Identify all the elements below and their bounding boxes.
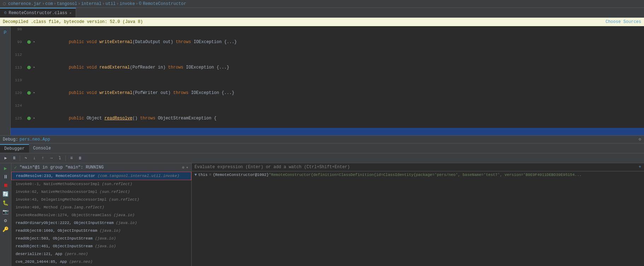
line-number: 124 [11,102,25,109]
breadcrumb-jar[interactable]: coherence.jar [8,1,41,6]
tab-close-button[interactable]: ✕ [69,11,71,15]
stop-side-icon[interactable]: ⏹ [3,183,8,188]
code-line-113: 113 ▸ public void readExternal(PofReader… [11,58,644,77]
breadcrumb-current: RemoteConstructor [143,1,186,6]
stack-list: readResolve:233, RemoteConstructor (com.… [11,172,191,266]
code-text: public void writeExternal(DataOutput out… [37,32,237,52]
stack-frame-6[interactable]: readOrdinaryObject:2222, ObjectInputStre… [11,219,191,227]
line-number: 119 [11,77,25,83]
filter-icon[interactable]: ⊕ [182,165,185,170]
stack-frame-current[interactable]: readResolve:233, RemoteConstructor (com.… [11,172,191,180]
collapse-icon[interactable]: ▸ [33,39,35,45]
debug-label: Debug: [3,137,18,142]
frame-class: (java.io) [114,213,134,217]
debug-body: ▶ ⏸ ⏹ 🔄 🐛 📷 ⚙ 🔑 ✓ "main"@1 in group "mai… [0,163,644,266]
frame-class: (sun.reflect) [109,197,139,202]
debug-settings-icon[interactable]: ⚙ [639,137,641,142]
breadcrumb-project-icon: ⬡ [3,2,6,6]
frame-class: (sun.reflect) [102,182,132,186]
frame-name: cve_2020_14644:85, App [16,260,69,264]
collapse-icon[interactable]: ▸ [33,90,35,96]
step-into-button[interactable]: ↓ [31,155,38,162]
line-number: 125 [11,115,25,122]
gutter [25,66,33,69]
frame-name: readObject0:1669, ObjectInputStream [16,229,100,233]
stack-frame-11[interactable]: cve_2020_14644:85, App (pers.neo) [11,258,191,266]
restart-side-icon[interactable]: 🔄 [2,191,8,197]
run-to-cursor-button[interactable]: → [48,155,55,162]
mute-breakpoints-button[interactable]: ≣ [76,155,83,162]
debug-panel: Debug: pers.neo.App ⚙ Debugger Console ▶… [0,135,644,266]
breakpoint-icon[interactable] [27,117,31,120]
step-out-button[interactable]: ↑ [39,155,46,162]
variable-row-this[interactable]: ▼ this = {RemoteConstructor@1092} "Remot… [192,171,644,178]
frame-class: (java.io) [95,236,116,241]
stack-frame-3[interactable]: invoke:43, DelegatingMethodAccessorImpl … [11,196,191,203]
breakpoint-icon[interactable] [27,66,31,69]
info-text: Decompiled .class file, bytecode version… [3,19,143,24]
tab-console[interactable]: Console [29,144,55,152]
code-text: public void writeExternal(PofWriter out)… [37,83,234,102]
choose-sources-link[interactable]: Choose Sources [605,19,641,24]
bug-side-icon[interactable]: 🐛 [2,200,8,206]
key-side-icon[interactable]: 🔑 [2,226,8,232]
stack-frame-8[interactable]: readObject:503, ObjectInputStream (java.… [11,235,191,242]
frame-name: readObject:461, ObjectInputStream [16,244,95,248]
restore-breakpoints-button[interactable]: ≡ [68,155,75,162]
tab-remote-constructor[interactable]: © RemoteConstructor.class ✕ [0,8,76,17]
tab-label: RemoteConstructor.class [9,11,68,16]
var-expand-icon[interactable]: ▼ [195,172,197,178]
resume-button[interactable]: ▶ [2,155,9,162]
frame-name: invoke0:-1, NativeMethodAccessorImpl [16,182,102,186]
var-string-value: "RemoteConstructor{definition=ClassDefin… [269,172,582,178]
pause-side-icon[interactable]: ⏸ [3,174,8,180]
frame-name: readResolve:233, RemoteConstructor [16,174,98,178]
stack-frame-5[interactable]: invokeReadResolve:1274, ObjectStreamClas… [11,211,191,219]
filter-dropdown[interactable]: ▾ [186,165,188,170]
tab-icon: © [4,11,7,15]
pause-button[interactable]: ⏸ [11,155,18,162]
code-line-125: 125 ▸ public Object readResolve() throws… [11,109,644,128]
eval-placeholder: Evaluate expression (Enter) or add a wat… [195,165,350,170]
add-watch-icon[interactable]: + [639,165,641,170]
frame-class: (java.io) [100,229,121,233]
breadcrumb-tangosol[interactable]: tangosol [57,1,77,6]
breakpoint-icon[interactable] [27,40,31,44]
project-icon[interactable]: P [2,29,9,36]
var-name: this [198,172,208,178]
editor-area: P 98 99 ▸ public void writ [0,26,644,135]
frame-name: readOrdinaryObject:2222, ObjectInputStre… [16,221,116,225]
stack-frame-10[interactable]: deserialize:121, App (pers.neo) [11,250,191,258]
breadcrumb-invoke[interactable]: invoke [120,1,135,6]
breadcrumb-internal[interactable]: internal [81,1,101,6]
frame-name: deserialize:121, App [16,252,65,256]
thread-header: ✓ "main"@1 in group "main": RUNNING ⊕ ▾ [11,163,191,172]
settings-side-icon[interactable]: ⚙ [4,218,7,224]
stack-frame-4[interactable]: invoke:498, Method (java.lang.reflect) [11,203,191,211]
resume-side-icon[interactable]: ▶ [4,165,7,171]
step-over-button[interactable]: ↷ [22,155,29,162]
stack-panel: ✓ "main"@1 in group "main": RUNNING ⊕ ▾ … [11,163,192,266]
collapse-icon[interactable]: ▸ [33,115,35,122]
breakpoint-icon[interactable] [27,91,31,95]
code-line-126: 126 return this.newInstance(); [11,128,644,135]
code-text: public void readExternal(PofReader in) t… [37,58,229,77]
stack-frame-2[interactable]: invoke:62, NativeMethodAccessorImpl (sun… [11,188,191,196]
breadcrumb-util[interactable]: util [105,1,116,6]
frame-name: invokeReadResolve:1274, ObjectStreamClas… [16,213,114,217]
tab-bar: © RemoteConstructor.class ✕ [0,8,644,18]
code-line-98: 98 [11,26,644,32]
tab-debugger[interactable]: Debugger [0,144,29,153]
code-line-119: 119 [11,77,644,83]
collapse-icon[interactable]: ▸ [33,64,35,71]
evaluate-button[interactable]: ⤵ [56,155,63,162]
frame-name: invoke:43, DelegatingMethodAccessorImpl [16,197,109,202]
frame-class: (java.io) [95,244,116,248]
stack-frame-9[interactable]: readObject:461, ObjectInputStream (java.… [11,242,191,250]
stack-frame-1[interactable]: invoke0:-1, NativeMethodAccessorImpl (su… [11,180,191,188]
line-number: 112 [11,52,25,58]
camera-side-icon[interactable]: 📷 [2,209,8,215]
var-ref: {RemoteConstructor@1092} [213,172,269,178]
stack-frame-7[interactable]: readObject0:1669, ObjectInputStream (jav… [11,227,191,235]
breadcrumb-com[interactable]: com [45,1,53,6]
